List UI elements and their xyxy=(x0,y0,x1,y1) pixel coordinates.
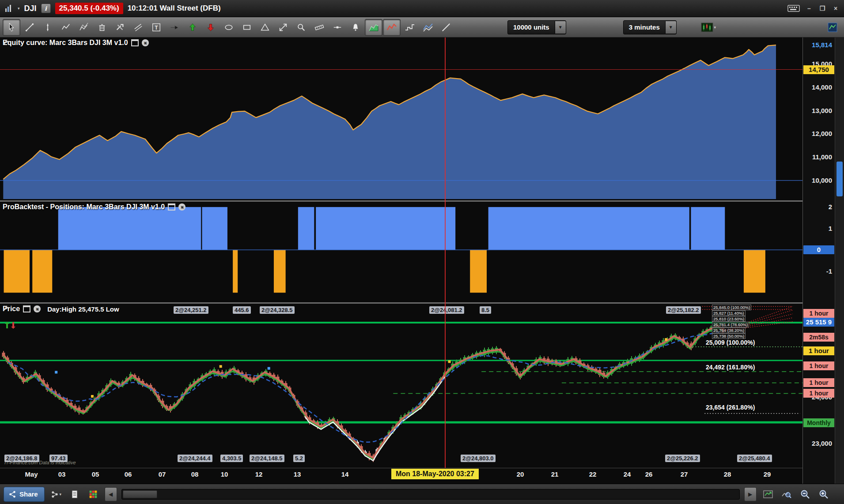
pointer-tool[interactable] xyxy=(3,19,20,36)
parallel-lines-tool[interactable] xyxy=(129,19,147,36)
crosshair-horizontal-line xyxy=(0,69,802,70)
time-axis-label: 07 xyxy=(159,470,166,478)
slope-line-tool[interactable] xyxy=(437,19,455,36)
chart-style-caret-icon: ▾ xyxy=(714,25,716,30)
time-axis-label: 10 xyxy=(221,470,228,478)
arrow-right-tool[interactable] xyxy=(166,19,183,36)
equity-chart-canvas[interactable] xyxy=(0,38,802,199)
social-options-button[interactable]: ▾ xyxy=(49,487,63,501)
segment-tool[interactable] xyxy=(39,19,57,36)
horizontal-scrollbar-thumb[interactable] xyxy=(123,490,157,498)
price-axis-badge: 1 hour xyxy=(803,346,834,355)
positions-panel: ProBacktest - Positions: Marc 3Bars DJI … xyxy=(0,202,802,304)
time-axis-label: 26 xyxy=(645,470,653,478)
scroll-right-button[interactable]: ▶ xyxy=(744,487,757,501)
info-button[interactable]: i xyxy=(41,4,51,13)
instrument-chart-icon[interactable] xyxy=(4,4,13,13)
equity-title-text: Equity curve: Marc 3Bars DJI 3M v1.0 xyxy=(3,39,128,47)
price-chart-canvas[interactable]: 25,009 (100.00%)24,492 (161.80%)23,654 (… xyxy=(0,304,802,468)
ellipse-tool[interactable] xyxy=(220,19,238,36)
chart-type-area[interactable] xyxy=(365,19,382,36)
trade-quantity-badge: 5.2 xyxy=(293,455,305,462)
zoom-out-button[interactable] xyxy=(798,487,812,501)
close-window-button[interactable]: × xyxy=(832,5,840,12)
line-node-tool[interactable] xyxy=(329,19,346,36)
time-axis-label: 20 xyxy=(517,470,524,478)
vertical-scrollbar[interactable] xyxy=(835,38,844,484)
positions-chart-canvas[interactable] xyxy=(0,202,802,302)
arrow-down-tool[interactable] xyxy=(202,19,220,36)
minimize-button[interactable]: – xyxy=(805,5,813,12)
positions-panel-title: ProBacktest - Positions: Marc 3Bars DJI … xyxy=(3,203,185,211)
social-nodes-icon xyxy=(50,490,59,499)
line-chart-icon xyxy=(386,22,397,33)
keyboard-icon[interactable] xyxy=(787,4,800,12)
chart-style-dropdown[interactable]: ▾ xyxy=(696,19,721,36)
resize-arrows-icon xyxy=(278,23,288,32)
text-tool-icon: T xyxy=(151,23,161,32)
trade-quantity-badge: 445.6 xyxy=(233,306,251,314)
price-axis-column[interactable]: 15,81415,00014,75014,00013,00012,00011,0… xyxy=(802,38,835,484)
line-node-icon xyxy=(333,23,342,32)
equity-axis-label: 14,000 xyxy=(803,83,834,92)
arrow-up-tool[interactable] xyxy=(184,19,201,36)
chart-type-step[interactable] xyxy=(401,19,419,36)
panel-window-icon[interactable] xyxy=(23,305,30,312)
panel-close-icon[interactable]: × xyxy=(34,305,41,312)
auto-fit-button[interactable] xyxy=(761,487,775,501)
chart-type-line[interactable] xyxy=(383,19,401,36)
equity-curve-panel: Equity curve: Marc 3Bars DJI 3M v1.0 × xyxy=(0,38,802,202)
maximize-button[interactable]: ❒ xyxy=(818,5,826,12)
resize-tool[interactable] xyxy=(274,19,292,36)
chart-style-icon xyxy=(700,22,714,33)
zigzag-icon xyxy=(61,23,71,32)
multi-zigzag-tool[interactable] xyxy=(75,19,93,36)
panel-close-icon[interactable]: × xyxy=(178,203,185,211)
horizontal-scrollbar[interactable] xyxy=(121,489,740,500)
equity-axis-label: 12,000 xyxy=(803,129,834,138)
panel-close-icon[interactable]: × xyxy=(142,39,149,46)
triangle-tool[interactable] xyxy=(256,19,274,36)
ruler-tool[interactable] xyxy=(310,19,328,36)
orders-toggle-icon[interactable] xyxy=(4,321,17,329)
zoom-box-tool[interactable] xyxy=(292,19,310,36)
fib-label: 25,764 (38.20%) xyxy=(712,327,746,333)
panel-window-icon[interactable] xyxy=(131,39,139,46)
share-button[interactable]: Share xyxy=(4,487,45,502)
wrench-icon[interactable] xyxy=(3,305,9,312)
time-axis-label: 05 xyxy=(92,470,99,478)
backtest-table-button[interactable] xyxy=(86,487,100,501)
segment-icon xyxy=(43,23,53,32)
zoom-in-button[interactable] xyxy=(817,487,831,501)
zoom-region-button[interactable] xyxy=(780,487,794,501)
fib-label: 25,781.4 (78.60%) xyxy=(712,322,749,327)
objects-settings-tool[interactable] xyxy=(111,19,129,36)
wrench-icon[interactable] xyxy=(3,39,9,45)
panel-window-icon[interactable] xyxy=(168,203,175,211)
trendline-tool[interactable] xyxy=(21,19,38,36)
scroll-left-button[interactable]: ◀ xyxy=(105,487,117,501)
workspace-icon-button[interactable] xyxy=(824,19,841,36)
ellipse-icon xyxy=(224,23,234,32)
time-axis-label: 29 xyxy=(764,470,771,478)
units-dropdown[interactable]: 10000 units ▼ xyxy=(507,20,566,34)
step-chart-icon xyxy=(405,22,415,33)
instrument-caret-icon[interactable]: ▾ xyxy=(18,6,20,11)
zigzag-tool[interactable] xyxy=(57,19,75,36)
report-button[interactable] xyxy=(68,487,82,501)
crosshair-vertical-line xyxy=(445,38,446,468)
text-tool[interactable]: T xyxy=(148,19,165,36)
rectangle-tool[interactable] xyxy=(238,19,256,36)
trade-quantity-badge: 2@24,328.5 xyxy=(260,306,295,314)
vertical-scrollbar-thumb[interactable] xyxy=(836,162,843,196)
ruler-icon xyxy=(314,23,324,32)
delete-tool[interactable] xyxy=(93,19,111,36)
chart-fit-icon xyxy=(763,489,773,500)
alert-tool[interactable] xyxy=(347,19,364,36)
trade-quantity-badge: 8.5 xyxy=(480,306,491,314)
time-axis-label: 13 xyxy=(294,470,301,478)
triangle-icon xyxy=(260,23,270,32)
chart-type-compare[interactable] xyxy=(419,19,437,36)
zoom-out-icon xyxy=(800,489,810,500)
timeframe-dropdown[interactable]: 3 minutes ▼ xyxy=(623,20,677,34)
